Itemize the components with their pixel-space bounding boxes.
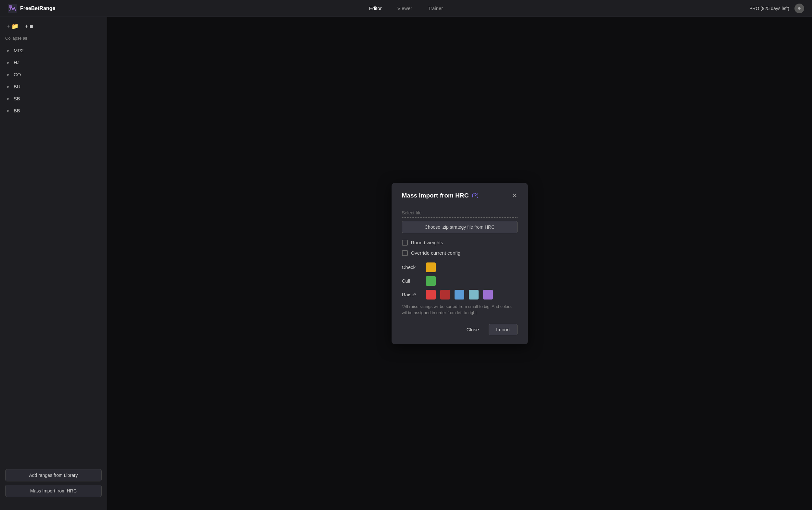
action-label-check: Check xyxy=(402,264,421,270)
sidebar-buttons: Add ranges from Library Mass Import from… xyxy=(0,464,107,502)
add-ranges-button[interactable]: Add ranges from Library xyxy=(5,469,101,481)
sidebar-item-bu[interactable]: ► BU xyxy=(0,81,107,92)
item-label-bu: BU xyxy=(13,84,21,89)
action-row-raise: Raise* xyxy=(402,290,517,300)
add-folder-button[interactable]: + 📁 xyxy=(5,22,20,31)
override-config-label: Override current config xyxy=(411,250,461,256)
sidebar-toolbar: + 📁 + ■ xyxy=(0,22,107,34)
nav-right: PRO (925 days left) ● xyxy=(749,4,804,13)
override-config-checkbox[interactable] xyxy=(402,250,408,256)
nav-items: ► MP2 ► HJ ► CO ► BU ► SB ► BB xyxy=(0,45,107,464)
tab-viewer[interactable]: Viewer xyxy=(397,4,412,12)
avatar[interactable]: ● xyxy=(794,4,804,13)
round-weights-checkbox[interactable] xyxy=(402,240,408,246)
modal-title-text: Mass Import from HRC xyxy=(402,192,469,199)
brand: FreeBetRange xyxy=(8,4,55,13)
avatar-icon: ● xyxy=(798,5,801,12)
grid-icon: ■ xyxy=(30,23,33,30)
brand-logo xyxy=(8,4,17,13)
round-weights-label: Round weights xyxy=(411,240,443,245)
file-select-section: Choose .zip strategy file from HRC xyxy=(402,208,517,233)
modal-help-link[interactable]: (?) xyxy=(472,192,479,199)
chevron-icon: ► xyxy=(6,84,10,89)
raise-color-swatch-5[interactable] xyxy=(483,290,493,300)
item-label-mp2: MP2 xyxy=(13,48,24,53)
brand-name: FreeBetRange xyxy=(20,5,55,11)
raise-color-swatch-4[interactable] xyxy=(469,290,479,300)
chevron-icon: ► xyxy=(6,109,10,113)
sidebar-item-bb[interactable]: ► BB xyxy=(0,105,107,117)
action-label-call: Call xyxy=(402,278,421,284)
raise-color-swatch-3[interactable] xyxy=(455,290,464,300)
actions-section: Check Call Raise* xyxy=(402,262,517,300)
item-label-bb: BB xyxy=(13,108,20,113)
folder-icon: 📁 xyxy=(11,23,19,30)
close-button[interactable]: Close xyxy=(461,324,485,335)
pro-label: PRO (925 days left) xyxy=(749,6,789,11)
modal-header: Mass Import from HRC (?) ✕ xyxy=(402,192,517,199)
check-color-swatch[interactable] xyxy=(426,262,436,272)
topnav: FreeBetRange Editor Viewer Trainer PRO (… xyxy=(0,0,812,17)
sidebar: + 📁 + ■ Collapse all ► MP2 ► HJ ► CO ► B… xyxy=(0,17,107,510)
action-row-check: Check xyxy=(402,262,517,272)
action-label-raise: Raise* xyxy=(402,292,421,297)
raise-color-swatch-1[interactable] xyxy=(426,290,436,300)
raise-color-swatch-2[interactable] xyxy=(440,290,450,300)
tab-trainer[interactable]: Trainer xyxy=(428,4,443,12)
raise-note: *All raise sizings wil be sorted from sm… xyxy=(402,303,517,316)
nav-center: Editor Viewer Trainer xyxy=(369,4,443,12)
modal-mass-import: Mass Import from HRC (?) ✕ Choose .zip s… xyxy=(392,183,528,344)
tab-editor[interactable]: Editor xyxy=(369,4,382,12)
mass-import-button[interactable]: Mass Import from HRC xyxy=(5,485,101,497)
plus-icon: + xyxy=(6,23,10,30)
import-button[interactable]: Import xyxy=(489,324,517,335)
item-label-sb: SB xyxy=(13,96,20,101)
add-grid-button[interactable]: + ■ xyxy=(24,22,34,31)
modal-footer: Close Import xyxy=(402,324,517,335)
call-color-swatch[interactable] xyxy=(426,276,436,286)
svg-rect-1 xyxy=(9,5,12,8)
item-label-hj: HJ xyxy=(13,60,20,65)
plus-icon-2: + xyxy=(25,23,29,30)
modal-overlay: Mass Import from HRC (?) ✕ Choose .zip s… xyxy=(107,17,812,510)
action-row-call: Call xyxy=(402,276,517,286)
chevron-icon: ► xyxy=(6,60,10,65)
choose-file-button[interactable]: Choose .zip strategy file from HRC xyxy=(402,221,517,233)
sidebar-item-sb[interactable]: ► SB xyxy=(0,92,107,105)
chevron-icon: ► xyxy=(6,73,10,77)
sidebar-item-mp2[interactable]: ► MP2 xyxy=(0,45,107,57)
sidebar-item-hj[interactable]: ► HJ xyxy=(0,57,107,68)
sidebar-item-co[interactable]: ► CO xyxy=(0,68,107,81)
file-input[interactable] xyxy=(402,208,517,218)
modal-title: Mass Import from HRC (?) xyxy=(402,192,479,199)
collapse-all-label[interactable]: Collapse all xyxy=(0,34,107,45)
modal-close-button[interactable]: ✕ xyxy=(512,192,517,199)
chevron-icon: ► xyxy=(6,96,10,101)
checkbox-round-weights[interactable]: Round weights xyxy=(402,240,517,246)
chevron-icon: ► xyxy=(6,48,10,53)
main-content: Mass Import from HRC (?) ✕ Choose .zip s… xyxy=(107,17,812,510)
checkbox-override-config[interactable]: Override current config xyxy=(402,250,517,256)
item-label-co: CO xyxy=(13,72,21,77)
